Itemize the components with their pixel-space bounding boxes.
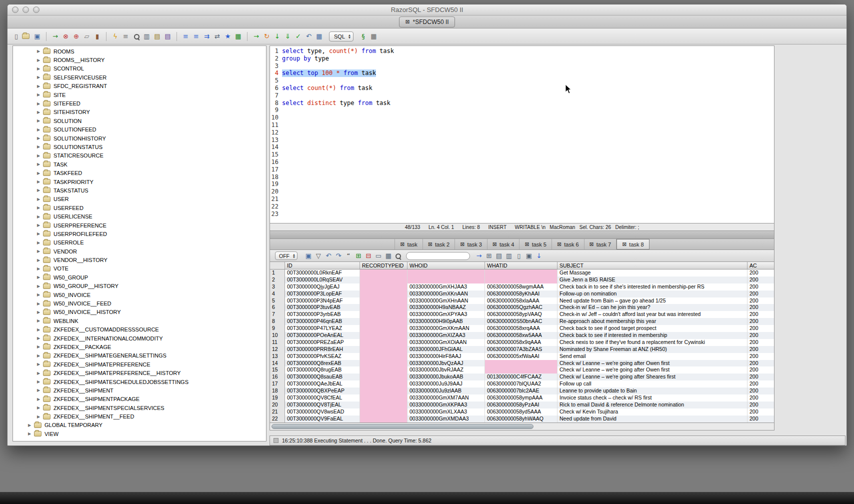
- results-window-icon[interactable]: ▦: [369, 32, 378, 42]
- cell-what[interactable]: 006300000058xrqAAA: [485, 325, 558, 332]
- cell-what[interactable]: 006300000058ypVAAQ: [485, 311, 558, 318]
- export-table-icon[interactable]: ▦: [234, 32, 243, 42]
- go-icon[interactable]: →: [252, 32, 261, 42]
- column-header[interactable]: SUBJECT: [558, 262, 748, 269]
- cell-ac[interactable]: 200: [748, 388, 774, 394]
- disclosure-triangle-icon[interactable]: ▶: [35, 214, 42, 219]
- cell-subj[interactable]: Get Massage: [558, 270, 748, 276]
- disclosure-triangle-icon[interactable]: ▶: [35, 414, 42, 419]
- cell-what[interactable]: 006300000058yd5AAA: [485, 408, 558, 416]
- disclosure-triangle-icon[interactable]: ▶: [35, 180, 42, 184]
- table-row[interactable]: 1900T3000000QV8CfEAL0033000000GmXM7AAN00…: [270, 394, 774, 402]
- cell-who[interactable]: 0033000000GmXIZAA3: [408, 332, 485, 339]
- tree-item[interactable]: ▶SITE: [13, 90, 266, 99]
- column-header[interactable]: ID: [285, 262, 360, 269]
- cell-ac[interactable]: 200: [748, 353, 774, 360]
- cell-what[interactable]: 0063000000S50bnAAC: [485, 318, 558, 325]
- new-connection-icon[interactable]: ⊕: [72, 32, 81, 42]
- favorites-icon[interactable]: ★: [223, 32, 232, 42]
- statement-type-select[interactable]: SQL ▲▼: [329, 32, 354, 42]
- cell-rt[interactable]: [360, 374, 408, 380]
- tree-item[interactable]: ▶TASK: [13, 160, 266, 168]
- cell-who[interactable]: 0033000000Ju9zlAAB: [408, 388, 485, 394]
- table-row[interactable]: 1300T3000000PfvKSEAZ0033000000HirF8AAJ00…: [270, 353, 774, 360]
- cell-who[interactable]: 0033000000GmXHJAA3: [408, 284, 485, 290]
- disclosure-triangle-icon[interactable]: ▶: [35, 171, 42, 176]
- tree-item[interactable]: ▶ZKFEDEX__SHIPMATEGENERALSETTINGS: [13, 352, 266, 360]
- disclosure-triangle-icon[interactable]: ▶: [35, 66, 42, 71]
- goto-row-icon[interactable]: →: [474, 252, 484, 260]
- tree-item[interactable]: ▶TASKSTATUS: [13, 186, 266, 194]
- cell-who[interactable]: 0033000000JbvRJAAZ: [408, 366, 485, 374]
- table-row[interactable]: 2200T3000000QV9FaEAL0033000000GmXMDAA300…: [270, 416, 774, 422]
- disclosure-triangle-icon[interactable]: ▶: [35, 144, 42, 149]
- database-icon[interactable]: ▮: [92, 32, 102, 42]
- cell-id[interactable]: 00T3000000Q8rugEAB: [285, 366, 360, 374]
- editor-line-text[interactable]: select type, count(*) from task: [282, 48, 394, 55]
- close-window-button[interactable]: [12, 6, 18, 13]
- cell-id[interactable]: 00T3000000P3N4pEAF: [285, 298, 360, 304]
- cell-ac[interactable]: 200: [748, 402, 774, 408]
- disclosure-triangle-icon[interactable]: ▶: [35, 162, 42, 166]
- table-row[interactable]: 500T3000000P3N4pEAF0033000000GmXHnAAN006…: [270, 298, 774, 304]
- tree-item[interactable]: ▶ROOMS__HISTORY: [13, 56, 266, 64]
- cell-what[interactable]: [485, 270, 558, 276]
- result-tab[interactable]: ⊠task 6: [552, 239, 584, 250]
- cell-subj[interactable]: Check w/ Leanne – we're going after Shea…: [558, 374, 748, 380]
- close-tab-icon[interactable]: ⊠: [590, 241, 594, 248]
- cell-id[interactable]: 00T3000000QAeJbEAL: [285, 380, 360, 388]
- tree-item[interactable]: ▶VENDOR__HISTORY: [13, 256, 266, 264]
- tree-item[interactable]: ▶USERPROFILEFEED: [13, 230, 266, 238]
- cell-subj[interactable]: Check w/ Leanne – we're going after Owen…: [558, 366, 748, 374]
- editor-line-text[interactable]: group by type: [282, 55, 329, 62]
- cell-id[interactable]: 00T3000000L0RknEAF: [285, 270, 360, 276]
- save-results-icon[interactable]: ▣: [304, 252, 313, 260]
- document-tab[interactable]: ⊠ *SFDCW50 II: [399, 16, 454, 28]
- tree-item[interactable]: ▶USER: [13, 195, 266, 204]
- disclosure-triangle-icon[interactable]: ▶: [35, 118, 42, 123]
- table-row[interactable]: 900T3000000P47LYEAZ0033000000GmXKmAAN006…: [270, 325, 774, 332]
- cell-id[interactable]: 00T3000000PfvKSEAZ: [285, 353, 360, 360]
- tree-item[interactable]: ▶SOLUTIONHISTORY: [13, 134, 266, 142]
- cell-id[interactable]: 00T3000000P3tuvEAB: [285, 304, 360, 311]
- disclosure-triangle-icon[interactable]: ▶: [35, 223, 42, 228]
- tree-item[interactable]: ▶W50_GROUP__HISTORY: [13, 282, 266, 290]
- transpose-icon[interactable]: ⊞: [484, 252, 494, 260]
- tree-item[interactable]: ▶ZKFEDEX__SHIPMENT__FEED: [13, 412, 266, 420]
- editor-line-text[interactable]: select top 100 * from task: [282, 70, 376, 77]
- cell-what[interactable]: 006300000058xw5AAA: [485, 332, 558, 339]
- edit-connection-icon[interactable]: ▱: [82, 32, 92, 42]
- cell-ac[interactable]: 200: [748, 380, 774, 388]
- cell-what[interactable]: [485, 276, 558, 284]
- cell-id[interactable]: 00T3000000Q8rexEAB: [285, 360, 360, 367]
- cell-id[interactable]: 00T3000000QV9FaEAL: [285, 416, 360, 422]
- result-tab[interactable]: ⊠task 7: [584, 239, 617, 250]
- disclosure-triangle-icon[interactable]: ▶: [26, 423, 33, 428]
- close-tab-icon[interactable]: ⊠: [492, 241, 497, 248]
- cell-id[interactable]: 00T3000000P47LYEAZ: [285, 325, 360, 332]
- cell-ac[interactable]: 200: [748, 346, 774, 353]
- tree-item[interactable]: ▶ZKFEDEX__SHIPMENTSPECIALSERVICES: [13, 404, 266, 412]
- close-tab-icon[interactable]: ⊠: [557, 241, 562, 248]
- cell-ac[interactable]: 200: [748, 276, 774, 284]
- open-file-icon[interactable]: [22, 32, 32, 42]
- cell-rt[interactable]: [360, 346, 408, 353]
- cell-subj[interactable]: Check back in to see if she's interested…: [558, 284, 748, 290]
- cell-who[interactable]: 0033000000HirF8AAJ: [408, 353, 485, 360]
- tree-item[interactable]: ▶GLOBAL TEMPORARY: [13, 421, 266, 430]
- cell-rt[interactable]: [360, 332, 408, 339]
- disclosure-triangle-icon[interactable]: ▶: [35, 154, 42, 158]
- cell-subj[interactable]: Check w/ Leanne – we're going after Owen…: [558, 360, 748, 367]
- cell-what[interactable]: 00630000005xfWaAAI: [485, 353, 558, 360]
- save-file-icon[interactable]: ▣: [32, 32, 42, 42]
- table-row[interactable]: 1100T3000000PREZaEAP0033000000GmXOiAAN00…: [270, 339, 774, 346]
- cell-what[interactable]: 006300000058xlaAAA: [485, 298, 558, 304]
- disclosure-triangle-icon[interactable]: ▶: [35, 232, 42, 236]
- copy-icon[interactable]: ▥: [142, 32, 152, 42]
- cell-ac[interactable]: 200: [748, 366, 774, 374]
- cell-ac[interactable]: 200: [748, 360, 774, 367]
- cell-rt[interactable]: [360, 408, 408, 416]
- table-row[interactable]: 1500T3000000Q8rugEAB0033000000JbvRJAAZCh…: [270, 366, 774, 374]
- insert-row-icon[interactable]: ⊞: [354, 252, 363, 260]
- cell-who[interactable]: 0033000000JbukoAAB: [408, 374, 485, 380]
